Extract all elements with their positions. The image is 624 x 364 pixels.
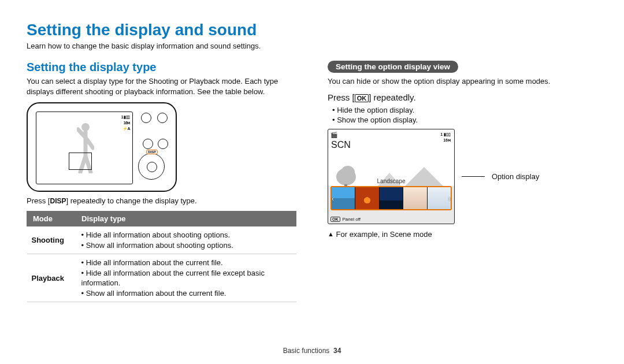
left-body: You can select a display type for the Sh… xyxy=(27,76,296,96)
disp-caption: Press [DISP] repeatedly to change the di… xyxy=(27,196,296,205)
dpad-icon xyxy=(138,153,165,180)
press-pre: Press [ xyxy=(328,92,355,102)
scene-thumb-dawn xyxy=(380,187,403,209)
scene-topbar: 🎬 xyxy=(330,131,452,139)
round-button-icon xyxy=(157,113,168,123)
scene-thumb-sunset xyxy=(355,187,379,209)
clapper-icon: 🎬 xyxy=(330,132,337,138)
table-row: Shooting Hide all information about shoo… xyxy=(27,226,296,254)
page-footer: Basic functions 34 xyxy=(0,347,624,355)
list-item: Show all information about the current f… xyxy=(81,288,292,299)
list-item: Hide the option display. xyxy=(332,106,597,114)
panel-off-label: Panel off xyxy=(343,217,361,222)
caption-pre: Press [ xyxy=(27,196,50,205)
scene-thumb-snow xyxy=(428,187,451,209)
page-title: Setting the display and sound xyxy=(27,21,597,39)
foliage-icon xyxy=(341,166,355,179)
scene-thumb-landscape xyxy=(332,187,355,209)
scene-indicators: 1 ▮▯▯ 16ᴍ xyxy=(440,132,451,144)
caption-post: ] repeatedly to change the display type. xyxy=(66,196,196,205)
chevron-left-icon: ‹ xyxy=(332,195,334,203)
disp-button-highlight: DISP xyxy=(146,150,158,154)
indicator-size: 16ᴍ xyxy=(121,120,130,126)
scene-bottombar: OK Panel off xyxy=(330,217,361,222)
left-heading: Setting the display type xyxy=(27,61,296,74)
content-columns: Setting the display type You can select … xyxy=(27,61,597,302)
strip-title: Landscape xyxy=(328,178,454,184)
scene-footnote: ▲ For example, in Scene mode xyxy=(328,230,597,239)
table-row: Playback Hide all information about the … xyxy=(27,254,296,302)
chevron-right-icon: › xyxy=(448,195,451,203)
indicator-size: 16ᴍ xyxy=(440,138,451,144)
mode-cell: Shooting xyxy=(27,226,76,254)
th-mode: Mode xyxy=(27,211,76,226)
list-item: Hide all information about shooting opti… xyxy=(81,230,292,240)
press-post: ] repeatedly. xyxy=(369,92,415,102)
indicator-shots: 1 ▮▯▯ xyxy=(121,114,130,120)
option-thumbnail-strip xyxy=(330,186,452,210)
mode-cell: Playback xyxy=(27,254,76,302)
scn-badge: SCN xyxy=(331,140,351,150)
option-display-callout: Option display xyxy=(492,172,539,181)
camera-diagram: 1 ▮▯▯ 16ᴍ ⚡A DISP xyxy=(27,102,177,192)
camera-top-buttons xyxy=(141,113,169,123)
list-item: Show the option display. xyxy=(332,116,597,124)
disp-label-inline: DISP xyxy=(50,197,66,205)
page-intro: Learn how to change the basic display in… xyxy=(27,42,597,50)
ok-small-label: OK xyxy=(330,217,340,222)
footnote-text: For example, in Scene mode xyxy=(336,230,432,239)
round-button-icon xyxy=(143,139,153,149)
focus-frame-icon xyxy=(69,153,92,170)
dpad-area: DISP xyxy=(138,151,170,183)
press-ok-line: Press [OK] repeatedly. xyxy=(328,92,597,102)
camera-mid-buttons xyxy=(143,139,168,149)
type-cell: Hide all information about shooting opti… xyxy=(76,226,296,254)
scene-mode-screen: 🎬 1 ▮▯▯ 16ᴍ SCN Landscape xyxy=(328,129,455,224)
indicator-shots: 1 ▮▯▯ xyxy=(440,132,451,138)
page-number: 34 xyxy=(333,347,341,355)
scene-diagram-row: 🎬 1 ▮▯▯ 16ᴍ SCN Landscape xyxy=(328,129,597,224)
th-display-type: Display type xyxy=(76,211,296,226)
triangle-icon: ▲ xyxy=(328,231,334,237)
right-column: Setting the option display view You can … xyxy=(328,61,597,302)
list-item: Show all information about shooting opti… xyxy=(81,240,292,251)
indicator-flash: ⚡A xyxy=(121,126,130,132)
left-column: Setting the display type You can select … xyxy=(27,61,296,302)
list-item: Hide all information about the current f… xyxy=(81,268,292,288)
list-item: Hide all information about the current f… xyxy=(81,258,292,268)
screen-indicators: 1 ▮▯▯ 16ᴍ ⚡A xyxy=(121,114,130,131)
footer-section: Basic functions xyxy=(283,347,330,355)
right-body: You can hide or show the option display … xyxy=(328,76,597,87)
scene-thumb-portrait xyxy=(403,187,427,209)
ok-button-label: OK xyxy=(355,94,369,102)
type-cell: Hide all information about the current f… xyxy=(76,254,296,302)
display-type-table: Mode Display type Shooting Hide all info… xyxy=(27,211,296,302)
camera-screen: 1 ▮▯▯ 16ᴍ ⚡A xyxy=(36,112,133,184)
callout-line-icon xyxy=(462,176,485,177)
round-button-icon xyxy=(158,139,168,149)
round-button-icon xyxy=(141,113,151,123)
option-view-heading: Setting the option display view xyxy=(328,61,458,73)
